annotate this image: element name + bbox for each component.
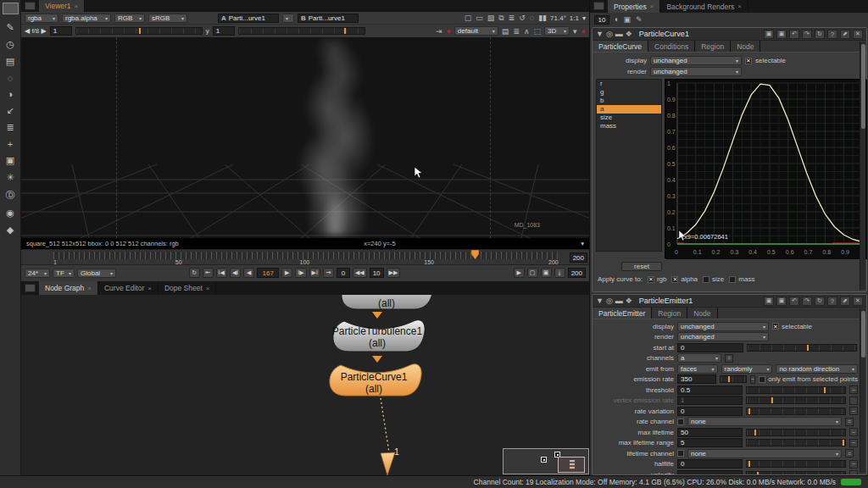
channels-a-icon[interactable]: ▣ [764,297,774,306]
channel-item-r[interactable]: r [597,80,661,88]
rate-variation-slider[interactable] [746,408,846,415]
color-icon[interactable]: ◑ [8,89,14,99]
gain-field[interactable]: 1 [50,26,72,36]
lifetime-channel-checkbox[interactable] [677,450,684,457]
undo-icon[interactable]: ↶ [789,297,799,306]
start-at-field[interactable]: 0 [677,343,743,352]
float-icon[interactable]: ⬈ [840,30,850,39]
minimap-viewport[interactable] [558,457,585,473]
gain-slider[interactable] [75,27,203,35]
animation-curve-icon[interactable]: ~ [849,428,858,436]
pane-toggle-icon[interactable] [3,3,19,14]
current-frame-field[interactable]: 167 [257,268,279,278]
tab-particleemitter[interactable]: ParticleEmitter [593,308,652,319]
close-icon[interactable]: ✕ [853,30,863,39]
tab-node-graph[interactable]: Node Graph× [39,281,98,295]
chevron-down-icon[interactable]: ▾ [581,240,584,247]
redo-icon[interactable]: ↷ [802,30,812,39]
threshold-slider[interactable] [746,386,846,394]
threshold-field[interactable]: 0.5 [677,385,743,395]
draw-icon[interactable]: ✎ [6,22,14,33]
max-lifetime-slider[interactable] [746,429,846,436]
max-panels-field[interactable]: 10 [594,15,609,25]
export-icon[interactable]: ⤓ [554,268,565,278]
dropdown-icon[interactable]: ▾ [573,27,577,36]
stack-icon[interactable]: ≣ [509,14,515,23]
collapse-icon[interactable]: ▼ [596,297,604,305]
curve-editor[interactable]: 10.90.80.70.60.50.40.30.20.1000.10.20.30… [665,79,866,258]
channel-item-mass[interactable]: mass [597,122,661,130]
view-3d-dropdown[interactable]: 3D▾ [544,26,570,36]
slider-handle[interactable] [843,440,844,446]
view-select-dropdown[interactable]: default▾ [454,26,498,36]
max-lifetime-range-field[interactable]: 5 [677,438,743,447]
display-mode-dropdown[interactable]: RGB▾ [114,14,145,23]
range-mode-dropdown[interactable]: Global▾ [77,269,116,278]
channel-item-size[interactable]: size [597,114,661,122]
empty-panel-icon[interactable]: ◖ [614,15,618,24]
channels-b-icon[interactable]: ▣ [776,30,787,39]
tab-curve-editor[interactable]: Curve Editor× [98,281,159,295]
animation-curve-icon[interactable]: ~ [849,385,858,394]
tab-conditions[interactable]: Conditions [648,41,695,52]
tab-node[interactable]: Node [687,308,717,319]
node-graph-minimap[interactable] [503,448,589,474]
emit-from-dropdown[interactable]: no random direction▾ [776,364,858,374]
tab-viewer1[interactable]: Viewer1 × [39,0,85,12]
node-particleturbulence1[interactable]: ParticleTurbulence1 [309,325,445,337]
step-back-button[interactable]: ◀I [230,268,241,278]
alpha-dropdown[interactable]: rgba.alpha▾ [62,14,111,23]
node-particlecurve1[interactable]: ParticleCurve1 [306,371,442,383]
wipe-icon[interactable]: ∧ [524,27,530,36]
aperture-stepper[interactable]: ◀ f/8 ▶ [25,27,47,35]
vertex-emission-rate-slider[interactable] [746,396,846,404]
gamma-field[interactable]: 1 [213,26,235,36]
tab-region[interactable]: Region [695,41,731,52]
playback-range-end-field[interactable]: 200 [568,268,586,278]
start-at-slider[interactable] [747,344,857,352]
colorspace-dropdown[interactable]: sRGB▾ [148,14,187,23]
slider-handle[interactable] [748,408,750,414]
undo-icon[interactable]: ↶ [789,30,799,39]
animation-curve-icon[interactable]: ~ [849,460,858,469]
goto-input-icon[interactable]: ⇥ [436,27,442,36]
lock-range-icon[interactable]: ▣ [541,268,552,278]
rate-channel-checkbox[interactable] [677,419,684,425]
checker-icon[interactable]: ▨ [487,14,495,23]
revert-icon[interactable]: ↻ [815,30,825,39]
close-icon[interactable]: × [650,3,654,10]
other-icon[interactable]: ◆ [7,225,14,236]
tab-properties[interactable]: Properties× [608,0,660,13]
display-dropdown[interactable]: unchanged▾ [677,322,769,331]
input-a-selector[interactable]: AParti...urve1 [218,14,279,23]
views-icon[interactable]: ◉ [6,208,14,219]
merge-icon[interactable]: + [8,139,13,149]
rate-channel-dropdown[interactable]: none▾ [687,417,842,426]
node-shape-icon[interactable]: ❖ [626,297,632,305]
flipbook-icon[interactable]: ▢ [527,268,538,278]
edit-icon[interactable]: ✎ [636,15,643,24]
slider-handle[interactable] [344,28,346,34]
emit-from-dropdown[interactable]: randomly▾ [721,364,773,374]
minimize-icon[interactable]: ▬ [615,297,623,305]
expression-icon[interactable]: = [725,354,733,363]
center-icon[interactable]: ◎ [606,297,613,305]
layers-icon[interactable]: ≣ [513,27,520,36]
max-lifetime-range-slider[interactable] [746,439,846,446]
tab-particlecurve[interactable]: ParticleCurve [593,41,648,52]
collapse-icon[interactable]: ▼ [596,30,604,38]
image-icon[interactable]: ▤ [6,56,14,67]
clone-view-icon[interactable]: ⧉ [498,14,504,23]
animation-curve-icon[interactable]: ~ [750,375,755,384]
minimize-icon[interactable]: ▬ [615,30,623,38]
close-icon[interactable]: × [75,3,79,10]
only-emit-from-selected-points-checkbox[interactable] [759,376,765,383]
tab-node[interactable]: Node [731,41,760,52]
close-icon[interactable]: × [87,285,92,292]
emit-from-dropdown[interactable]: faces▾ [677,364,718,374]
slider-handle[interactable] [748,461,750,467]
slider-handle[interactable] [728,376,730,382]
play-in-background-icon[interactable]: ▶ [514,268,525,278]
slider-handle[interactable] [754,430,756,435]
channels-dropdown[interactable]: a▾ [677,353,721,363]
